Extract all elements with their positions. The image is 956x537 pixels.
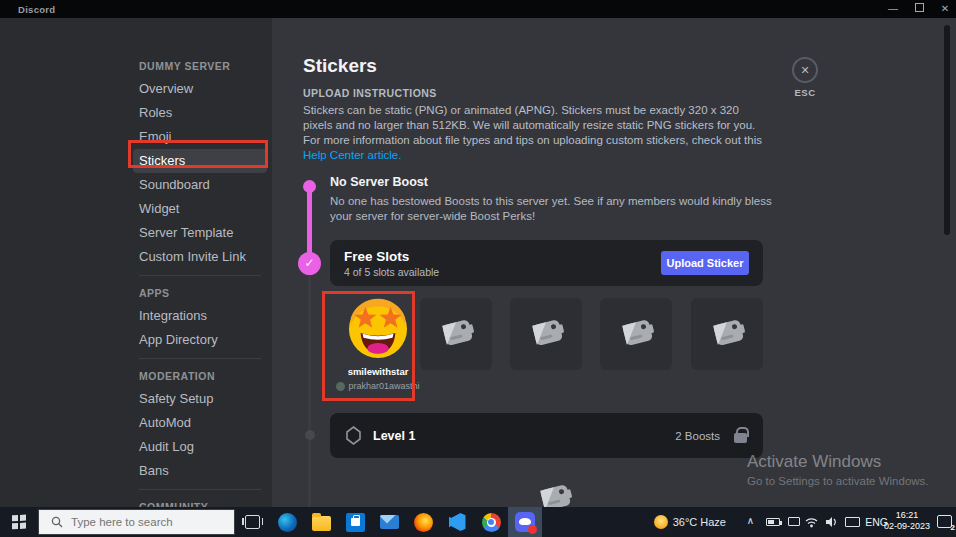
taskbar-search[interactable]: [38, 509, 235, 535]
touch-keyboard-icon[interactable]: [845, 517, 860, 527]
settings-sidebar: DUMMY SERVER Overview Roles Emoji Sticke…: [0, 18, 272, 507]
empty-sticker-slot[interactable]: [420, 298, 492, 370]
search-input[interactable]: [71, 516, 221, 528]
boost-check-icon: ✓: [298, 252, 321, 275]
sidebar-item-app-directory[interactable]: App Directory: [133, 328, 267, 352]
smilewithstar-sticker-image: [347, 298, 409, 360]
empty-sticker-slot-partial[interactable]: [518, 478, 590, 507]
windows-taskbar: 36°C Haze ∧ ENG 16:21 02-09-2023 2: [0, 507, 956, 537]
author-avatar: [336, 382, 345, 391]
start-button[interactable]: [0, 507, 38, 537]
upload-sticker-button[interactable]: Upload Sticker: [661, 251, 749, 275]
window-titlebar: Discord — ✕: [0, 0, 956, 18]
settings-nav: DUMMY SERVER Overview Roles Emoji Sticke…: [133, 54, 267, 507]
edge-icon: [278, 513, 297, 532]
sidebar-item-server-template[interactable]: Server Template: [133, 221, 267, 245]
stickers-page: Stickers UPLOAD INSTRUCTIONS Stickers ca…: [272, 18, 956, 507]
battery-icon[interactable]: [766, 518, 780, 526]
taskbar-discord-button-active[interactable]: [508, 507, 542, 537]
sidebar-item-bans[interactable]: Bans: [133, 459, 267, 483]
watermark-title: Activate Windows: [747, 452, 929, 472]
sidebar-item-widget[interactable]: Widget: [133, 197, 267, 221]
nav-divider: [139, 358, 261, 359]
sidebar-item-safety-setup[interactable]: Safety Setup: [133, 387, 267, 411]
clock-date: 02-09-2023: [884, 521, 930, 532]
chrome-icon: [482, 513, 501, 532]
app-title: Discord: [18, 4, 55, 15]
clock-time: 16:21: [884, 510, 930, 521]
watermark-subtitle: Go to Settings to activate Windows.: [747, 475, 929, 487]
sticker-name: smilewithstar: [348, 366, 409, 377]
vscode-icon: [449, 513, 466, 531]
sidebar-item-soundboard[interactable]: Soundboard: [133, 173, 267, 197]
sidebar-item-integrations[interactable]: Integrations: [133, 304, 267, 328]
level-title: Level 1: [373, 429, 415, 443]
sticker-card[interactable]: smilewithstar prakhar01awasthi: [327, 294, 429, 414]
taskbar-store-button[interactable]: [338, 507, 372, 537]
empty-sticker-slot[interactable]: [600, 298, 672, 370]
close-icon[interactable]: ✕: [938, 0, 952, 18]
nav-header-apps: APPS: [133, 281, 267, 304]
esc-close-button[interactable]: ✕ ESC: [779, 57, 831, 98]
taskbar-edge-button[interactable]: [270, 507, 304, 537]
instructions-more: For more information about file types an…: [303, 133, 769, 163]
wifi-icon[interactable]: [805, 517, 818, 528]
page-title: Stickers: [303, 55, 377, 77]
instructions-text: Stickers can be static (PNG) or animated…: [303, 103, 769, 133]
taskbar-chrome-button[interactable]: [474, 507, 508, 537]
search-icon: [51, 516, 63, 528]
display-icon[interactable]: [788, 517, 800, 526]
screen: Discord — ✕ DUMMY SERVER Overview Roles …: [0, 0, 956, 537]
author-name: prakhar01awasthi: [348, 381, 419, 391]
nav-divider: [139, 275, 261, 276]
boost-timeline-line: [307, 188, 312, 260]
sidebar-item-emoji[interactable]: Emoji: [133, 125, 267, 149]
upload-instructions-header: UPLOAD INSTRUCTIONS: [303, 87, 437, 99]
maximize-icon[interactable]: [912, 0, 926, 18]
timeline-line-grey: [308, 275, 311, 507]
scrollbar-thumb[interactable]: [944, 25, 950, 235]
free-slots-title: Free Slots: [344, 249, 439, 264]
firefox-icon: [414, 513, 433, 532]
esc-label: ESC: [779, 87, 831, 98]
sidebar-item-roles[interactable]: Roles: [133, 101, 267, 125]
sidebar-item-stickers[interactable]: Stickers: [133, 149, 267, 173]
free-slots-card: Free Slots 4 of 5 slots available Upload…: [330, 240, 763, 286]
taskbar-vscode-button[interactable]: [440, 507, 474, 537]
taskbar-clock[interactable]: 16:21 02-09-2023: [884, 510, 930, 532]
empty-sticker-slot[interactable]: [510, 298, 582, 370]
sidebar-item-overview[interactable]: Overview: [133, 77, 267, 101]
lock-icon: [734, 433, 747, 443]
taskbar-mail-button[interactable]: [372, 507, 406, 537]
notification-badge: 2: [951, 523, 955, 532]
timeline-dot-grey: [305, 430, 315, 440]
sidebar-item-custom-invite-link[interactable]: Custom Invite Link: [133, 245, 267, 269]
nav-divider: [139, 489, 261, 490]
taskbar-file-explorer-button[interactable]: [304, 507, 338, 537]
weather-widget[interactable]: 36°C Haze: [654, 515, 726, 529]
sticker-author: prakhar01awasthi: [336, 381, 419, 391]
speaker-icon[interactable]: [825, 516, 838, 528]
action-center-icon[interactable]: 2: [937, 515, 952, 528]
boost-status-title: No Server Boost: [330, 175, 428, 189]
esc-close-icon[interactable]: ✕: [792, 57, 818, 83]
window-controls: — ✕: [886, 0, 952, 18]
task-view-icon[interactable]: [245, 515, 260, 529]
upload-instructions-body: Stickers can be static (PNG) or animated…: [303, 103, 769, 163]
nav-header-server: DUMMY SERVER: [133, 54, 267, 77]
tray-chevron-up-icon[interactable]: ∧: [747, 515, 754, 526]
nav-header-community: COMMUNITY: [133, 495, 267, 507]
discord-icon: [515, 512, 535, 532]
level-1-card: Level 1 2 Boosts: [330, 413, 763, 458]
free-slots-subtitle: 4 of 5 slots available: [344, 266, 439, 278]
sidebar-item-audit-log[interactable]: Audit Log: [133, 435, 267, 459]
taskbar-firefox-button[interactable]: [406, 507, 440, 537]
help-center-link[interactable]: Help Center article.: [303, 149, 401, 161]
minimize-icon[interactable]: —: [886, 0, 900, 18]
sidebar-item-automod[interactable]: AutoMod: [133, 411, 267, 435]
file-explorer-icon: [312, 516, 331, 531]
empty-sticker-slot[interactable]: [691, 298, 763, 370]
mail-icon: [380, 515, 399, 529]
free-slots-texts: Free Slots 4 of 5 slots available: [344, 249, 439, 278]
discord-settings-window: DUMMY SERVER Overview Roles Emoji Sticke…: [0, 18, 956, 507]
